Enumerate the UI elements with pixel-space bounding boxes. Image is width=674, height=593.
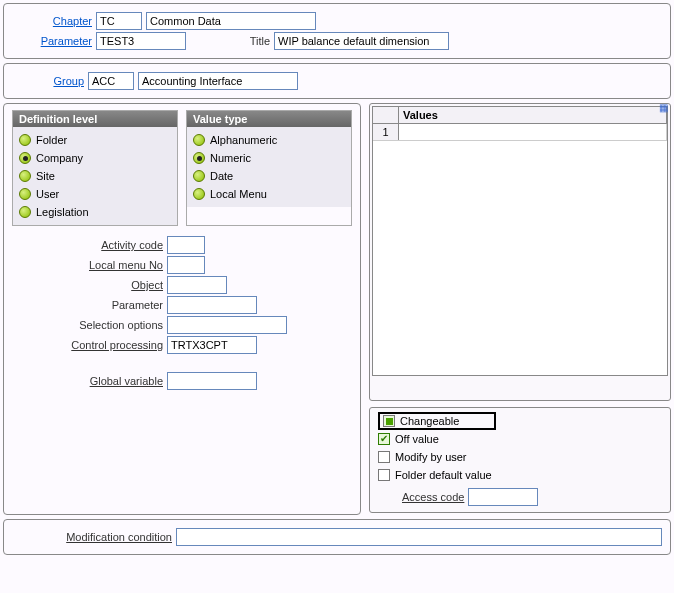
activity-code-input[interactable] [167, 236, 205, 254]
access-code-input[interactable] [468, 488, 538, 506]
parameter-form-input[interactable] [167, 296, 257, 314]
radio-icon[interactable] [193, 188, 205, 200]
group-panel: Group [3, 63, 671, 99]
group-name-input[interactable] [138, 72, 298, 90]
radio-icon[interactable] [19, 188, 31, 200]
chapter-code-input[interactable] [96, 12, 142, 30]
form-rows: Activity code Local menu No Object Param… [12, 236, 352, 390]
definition-option-folder[interactable]: Folder [19, 131, 171, 149]
radio-label: Alphanumeric [210, 134, 277, 146]
off-value-label: Off value [395, 433, 439, 445]
definition-option-legislation[interactable]: Legislation [19, 203, 171, 221]
radio-label: Site [36, 170, 55, 182]
folder-default-value-label: Folder default value [395, 469, 492, 481]
activity-code-label: Activity code [12, 239, 167, 251]
radio-icon[interactable] [193, 152, 205, 164]
radio-icon[interactable] [19, 206, 31, 218]
radio-label: Local Menu [210, 188, 267, 200]
values-row-header [373, 107, 399, 123]
valuetype-option-alphanumeric[interactable]: Alphanumeric [193, 131, 345, 149]
control-processing-label: Control processing [12, 339, 167, 351]
off-value-checkbox[interactable] [378, 433, 390, 445]
parameter-code-input[interactable] [96, 32, 186, 50]
header-panel: Chapter Parameter Title [3, 3, 671, 59]
valuetype-option-date[interactable]: Date [193, 167, 345, 185]
global-variable-input[interactable] [167, 372, 257, 390]
left-panel: Definition level FolderCompanySiteUserLe… [3, 103, 361, 515]
values-toolbar-icon[interactable]: ▦ [659, 102, 668, 113]
radio-icon[interactable] [193, 134, 205, 146]
selection-options-label: Selection options [12, 319, 167, 331]
changeable-label: Changeable [400, 415, 459, 427]
values-grid[interactable]: Values 1 [372, 106, 668, 376]
group-label[interactable]: Group [12, 75, 84, 87]
table-row[interactable]: 1 [373, 124, 667, 141]
value-type-box: Value type AlphanumericNumericDateLocal … [186, 110, 352, 226]
modification-panel: Modification condition [3, 519, 671, 555]
object-label: Object [12, 279, 167, 291]
valuetype-option-numeric[interactable]: Numeric [193, 149, 345, 167]
valuetype-header: Value type [187, 111, 351, 127]
title-input[interactable] [274, 32, 449, 50]
parameter-label[interactable]: Parameter [12, 35, 92, 47]
local-menu-no-label: Local menu No [12, 259, 167, 271]
definition-option-user[interactable]: User [19, 185, 171, 203]
radio-label: Folder [36, 134, 67, 146]
radio-icon[interactable] [19, 170, 31, 182]
radio-label: User [36, 188, 59, 200]
radio-icon[interactable] [19, 134, 31, 146]
folder-default-value-checkbox[interactable] [378, 469, 390, 481]
radio-icon[interactable] [193, 170, 205, 182]
changeable-checkbox[interactable] [383, 415, 395, 427]
row-number: 1 [373, 124, 399, 140]
chapter-name-input[interactable] [146, 12, 316, 30]
selection-options-input[interactable] [167, 316, 287, 334]
definition-option-company[interactable]: Company [19, 149, 171, 167]
global-variable-label: Global variable [12, 375, 167, 387]
definition-option-site[interactable]: Site [19, 167, 171, 185]
modify-by-user-label: Modify by user [395, 451, 467, 463]
radio-label: Date [210, 170, 233, 182]
changeable-highlight: Changeable [378, 412, 496, 430]
modify-by-user-checkbox[interactable] [378, 451, 390, 463]
radio-label: Numeric [210, 152, 251, 164]
parameter-form-label: Parameter [12, 299, 167, 311]
chapter-label[interactable]: Chapter [12, 15, 92, 27]
radio-icon[interactable] [19, 152, 31, 164]
local-menu-no-input[interactable] [167, 256, 205, 274]
modification-condition-input[interactable] [176, 528, 662, 546]
definition-header: Definition level [13, 111, 177, 127]
control-processing-input[interactable] [167, 336, 257, 354]
check-panel: Changeable Off value Modify by user Fold… [369, 407, 671, 513]
modification-condition-label: Modification condition [12, 531, 172, 543]
values-panel: ▦ Values 1 [369, 103, 671, 401]
radio-label: Legislation [36, 206, 89, 218]
radio-label: Company [36, 152, 83, 164]
values-header: Values [399, 107, 667, 123]
group-code-input[interactable] [88, 72, 134, 90]
title-label: Title [190, 35, 270, 47]
object-input[interactable] [167, 276, 227, 294]
valuetype-option-local-menu[interactable]: Local Menu [193, 185, 345, 203]
row-value[interactable] [399, 124, 667, 140]
definition-level-box: Definition level FolderCompanySiteUserLe… [12, 110, 178, 226]
access-code-label: Access code [402, 491, 464, 503]
